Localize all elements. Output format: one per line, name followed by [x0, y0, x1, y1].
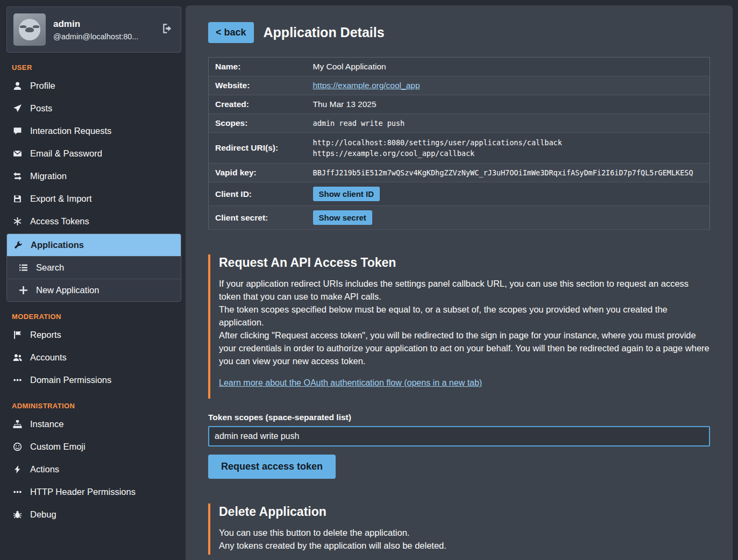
user-meta: admin @admin@localhost:80... [53, 19, 153, 41]
show-client-id-button[interactable]: Show client ID [313, 187, 380, 201]
back-button[interactable]: < back [208, 22, 254, 43]
sidebar-item-label: Debug [30, 509, 56, 520]
vapid-key-value: BBJffJ219b5iE512m7wQSzv4KgKDhgZZVzNyWC_r… [307, 164, 710, 182]
sidebar-item-label: HTTP Header Permissions [30, 487, 136, 497]
bolt-icon [13, 465, 22, 474]
sidebar-item-label: Posts [30, 103, 52, 114]
sitemap-icon [13, 420, 22, 429]
section-title-moderation: MODERATION [12, 313, 176, 321]
main-panel: < back Application Details Name: My Cool… [186, 5, 733, 560]
scopes-value: admin read write push [307, 114, 710, 133]
sidebar-item-debug[interactable]: Debug [6, 504, 181, 526]
sidebar: admin @admin@localhost:80... USER Profil… [0, 0, 186, 560]
table-row-client-id: Client ID: Show client ID [209, 182, 710, 206]
table-row-created: Created: Thu Mar 13 2025 [209, 95, 710, 114]
sidebar-item-label: Migration [30, 171, 67, 181]
oauth-docs-link[interactable]: Learn more about the OAuth authenticatio… [219, 378, 482, 387]
redirect-uri-2: https://example.org/cool_app/callback [313, 148, 704, 159]
app-window: admin @admin@localhost:80... USER Profil… [0, 0, 738, 560]
token-scopes-input[interactable] [208, 426, 710, 446]
sidebar-item-reports[interactable]: Reports [6, 324, 181, 346]
row-label: Client ID: [209, 182, 307, 206]
sidebar-item-http-header-permissions[interactable]: HTTP Header Permissions [6, 481, 181, 503]
plus-icon [19, 286, 28, 295]
row-label: Vapid key: [209, 164, 307, 182]
sidebar-item-label: Reports [30, 330, 61, 340]
row-label: Created: [209, 95, 307, 114]
request-token-heading: Request An API Access Token [219, 256, 710, 270]
bug-icon [13, 510, 22, 519]
row-label: Name: [209, 58, 307, 76]
delete-application-heading: Delete Application [219, 505, 710, 519]
sidebar-item-export-import[interactable]: Export & Import [6, 188, 181, 210]
sidebar-item-label: Access Tokens [30, 216, 89, 226]
username: admin [53, 19, 153, 30]
sidebar-item-label: Applications [31, 240, 84, 250]
floppy-disk-icon [13, 194, 22, 203]
envelope-icon [13, 149, 22, 158]
sidebar-item-instance[interactable]: Instance [6, 413, 181, 435]
sidebar-item-label: Interaction Requests [30, 126, 111, 136]
sidebar-item-label: Search [36, 263, 64, 273]
table-row-website: Website: https://example.org/cool_app [209, 76, 710, 95]
oauth-description-line-3: After clicking "Request access token", y… [219, 329, 710, 368]
table-row-redirect-uris: Redirect URI(s): http://localhost:8080/s… [209, 133, 710, 164]
website-link[interactable]: https://example.org/cool_app [313, 81, 420, 90]
app-name-value: My Cool Application [307, 58, 710, 76]
avatar [13, 13, 46, 46]
user-handle: @admin@localhost:80... [53, 32, 153, 41]
sidebar-item-email-password[interactable]: Email & Password [6, 143, 181, 165]
table-row-scopes: Scopes: admin read write push [209, 114, 710, 133]
sidebar-item-label: New Application [36, 285, 99, 295]
sidebar-item-label: Export & Import [30, 194, 92, 204]
table-row-client-secret: Client secret: Show secret [209, 206, 710, 230]
row-label: Redirect URI(s): [209, 133, 307, 164]
section-title-administration: ADMINISTRATION [12, 402, 176, 410]
sidebar-item-label: Instance [30, 419, 63, 429]
sidebar-item-label: Email & Password [30, 148, 102, 159]
sidebar-item-label: Accounts [30, 352, 67, 363]
logout-icon[interactable] [160, 22, 174, 38]
row-label: Client secret: [209, 206, 307, 230]
application-details-table: Name: My Cool Application Website: https… [208, 57, 710, 230]
table-row-vapid-key: Vapid key: BBJffJ219b5iE512m7wQSzv4KgKDh… [209, 164, 710, 182]
request-access-token-button[interactable]: Request access token [208, 455, 336, 479]
oauth-description-line-1: If your application redirect URIs includ… [219, 278, 710, 303]
sidebar-item-accounts[interactable]: Accounts [6, 346, 181, 368]
exchange-arrows-icon [13, 172, 22, 181]
dots-icon [13, 375, 22, 385]
redirect-uris-value: http://localhost:8080/settings/user/appl… [307, 133, 710, 164]
sidebar-item-new-application[interactable]: New Application [7, 279, 181, 301]
redirect-uri-1: http://localhost:8080/settings/user/appl… [313, 137, 704, 148]
dots-icon [13, 487, 22, 497]
sidebar-item-access-tokens[interactable]: Access Tokens [6, 210, 181, 232]
list-icon [19, 263, 28, 272]
delete-description-line-2: Any tokens created by the application wi… [219, 540, 710, 552]
sidebar-item-label: Domain Permissions [30, 375, 111, 385]
token-scopes-label: Token scopes (space-separated list) [208, 413, 710, 422]
flag-icon [13, 330, 22, 339]
created-value: Thu Mar 13 2025 [307, 95, 710, 114]
comment-icon [13, 126, 22, 136]
delete-application-section: Delete Application You can use this butt… [208, 504, 710, 555]
sidebar-item-posts[interactable]: Posts [6, 97, 181, 119]
sidebar-item-label: Actions [30, 464, 59, 474]
sidebar-item-applications-search[interactable]: Search [7, 256, 181, 279]
sidebar-item-interaction-requests[interactable]: Interaction Requests [6, 120, 181, 142]
sidebar-item-custom-emoji[interactable]: Custom Emoji [6, 436, 181, 458]
sidebar-item-domain-permissions[interactable]: Domain Permissions [6, 369, 181, 391]
show-secret-button[interactable]: Show secret [313, 210, 372, 225]
page-title: Application Details [264, 25, 385, 40]
sidebar-item-profile[interactable]: Profile [6, 75, 181, 97]
row-label: Scopes: [209, 114, 307, 133]
sidebar-item-applications[interactable]: Applications [7, 234, 181, 256]
section-title-user: USER [12, 63, 176, 72]
row-label: Website: [209, 76, 307, 95]
delete-description-line-1: You can use this button to delete the ap… [219, 527, 710, 540]
asterisk-icon [13, 217, 22, 226]
user-card[interactable]: admin @admin@localhost:80... [6, 6, 181, 53]
sidebar-item-label: Profile [30, 81, 55, 91]
sidebar-item-migration[interactable]: Migration [6, 165, 181, 187]
wrench-icon [13, 240, 23, 250]
sidebar-item-actions[interactable]: Actions [6, 458, 181, 480]
